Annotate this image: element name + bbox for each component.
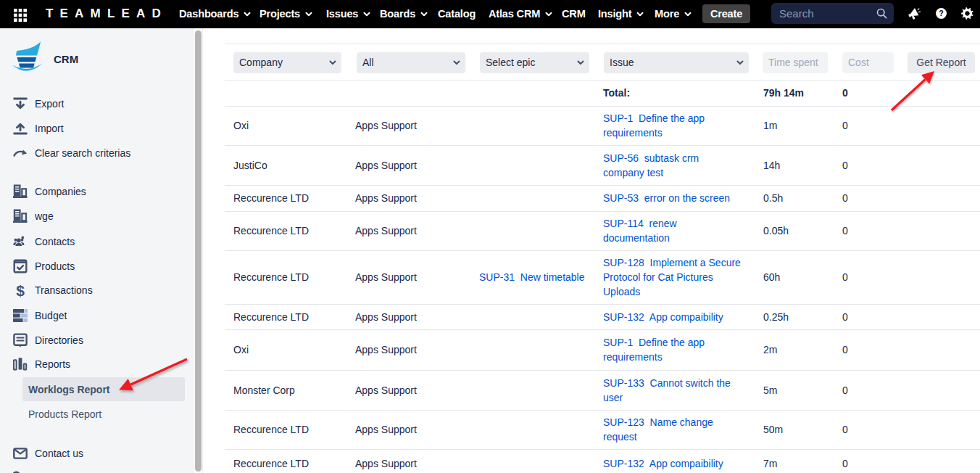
svg-text:?: ? <box>939 9 943 17</box>
svg-text:$: $ <box>16 283 25 297</box>
